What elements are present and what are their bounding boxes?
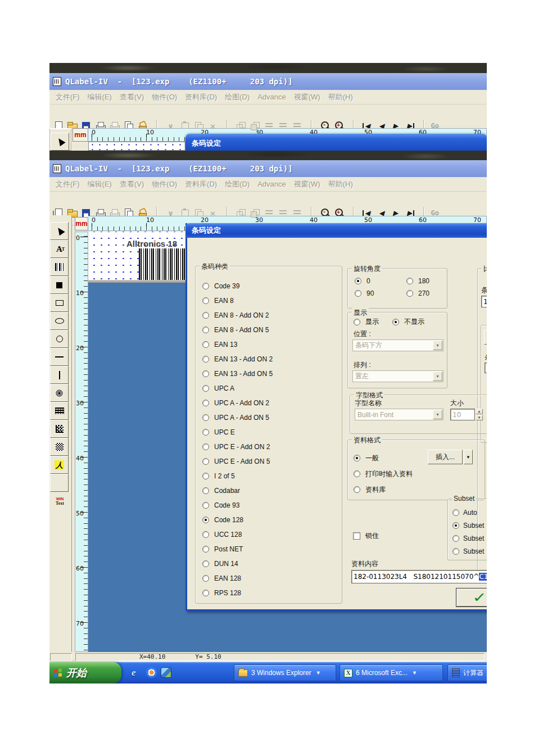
text-tool[interactable]: A	[50, 240, 69, 258]
pdf417-tool[interactable]	[50, 402, 69, 420]
barcode-type-option[interactable]: RPS 128	[202, 586, 342, 600]
internet-explorer-icon[interactable]: e	[132, 667, 142, 678]
box-tool[interactable]	[50, 294, 69, 312]
barcode-type-option[interactable]: DUN 14	[202, 556, 342, 571]
insert-dropdown-icon[interactable]: ▼	[464, 450, 473, 464]
dialog-title-peek[interactable]: 条码设定	[185, 134, 487, 151]
menu-item[interactable]: 视窗(W)	[290, 91, 324, 103]
menu-item[interactable]: 绘图(D)	[221, 91, 254, 103]
barcode-settings-dialog: 条码设定 条码种类 Code 39EAN 8EAN 8 - Add ON 2EA…	[185, 223, 487, 611]
ruler-tick-label: 60	[76, 565, 84, 620]
menu-item[interactable]: 帮助(H)	[324, 178, 357, 191]
menu-item[interactable]: 视窗(W)	[290, 178, 324, 191]
qrcode-tool[interactable]	[50, 438, 69, 456]
menu-item[interactable]: 物件(O)	[148, 178, 181, 191]
media-player-icon[interactable]	[146, 667, 157, 678]
barcode-type-option[interactable]: EAN 8 - Add ON 2	[202, 308, 342, 323]
barcode-type-option[interactable]: EAN 13	[202, 337, 342, 352]
pointer-tool[interactable]	[50, 222, 69, 240]
group-label: 条码种类	[200, 262, 230, 271]
vline-tool[interactable]	[50, 366, 69, 384]
barcode-type-option[interactable]: UPC A	[202, 381, 342, 396]
barcode-type-option[interactable]: EAN 128	[202, 571, 342, 586]
maxicode-tool[interactable]	[50, 384, 69, 402]
filled-box-tool[interactable]	[50, 276, 69, 294]
oval-tool[interactable]	[50, 312, 69, 330]
rotation-option[interactable]: 90	[355, 289, 406, 297]
barcode-type-option[interactable]: EAN 13 - Add ON 5	[202, 366, 342, 381]
datamatrix-tool[interactable]	[50, 420, 69, 438]
font-size-field: 10	[450, 409, 475, 420]
menu-item[interactable]: 绘图(D)	[221, 178, 254, 191]
display-option[interactable]: 显示	[354, 317, 379, 327]
wintext-tool[interactable]	[50, 474, 69, 492]
option-label: Code 128	[214, 516, 243, 524]
rotation-option[interactable]: 0	[355, 277, 406, 285]
subset-option[interactable]: Subset	[452, 519, 487, 532]
title-bar[interactable]: QLabel-IV - [123.exp (EZ1100+ 203 dpi)]	[49, 160, 487, 177]
display-option[interactable]: 不显示	[392, 317, 424, 327]
runner-tool[interactable]: 人	[50, 456, 69, 474]
menu-item[interactable]: Advance	[254, 92, 290, 102]
taskbar-button-explorer[interactable]: 3 Windows Explorer ▼	[234, 664, 336, 681]
pointer-tool[interactable]	[51, 133, 69, 151]
barcode-type-option[interactable]: Code 39	[202, 279, 342, 293]
data-format-option[interactable]: 打印时输入资料	[354, 466, 485, 482]
title-bar[interactable]: QLabel-IV - [123.exp (EZ1100+ 203 dpi)]	[49, 73, 487, 90]
barcode-type-option[interactable]: EAN 8 - Add ON 5	[202, 323, 342, 337]
option-label: DUN 14	[214, 560, 238, 568]
barcode-type-option[interactable]: UPC A - Add ON 5	[202, 410, 342, 425]
barcode-type-option[interactable]: I 2 of 5	[202, 469, 342, 483]
barcode-type-option[interactable]: UPC E - Add ON 5	[202, 454, 342, 469]
option-label: 资料库	[365, 485, 386, 495]
dialog-title-bar[interactable]: 条码设定	[185, 223, 487, 238]
barcode-type-option[interactable]: UCC 128	[202, 527, 342, 542]
menu-item[interactable]: 资料库(D)	[181, 178, 221, 191]
menu-item[interactable]: 文件(F)	[52, 91, 84, 103]
barcode-type-option[interactable]: Codabar	[202, 483, 342, 498]
barcode-type-option[interactable]: UPC A - Add ON 2	[202, 396, 342, 410]
barcode-type-option[interactable]: UPC E	[202, 425, 342, 440]
menu-item[interactable]: 编辑(E)	[84, 178, 116, 191]
messenger-icon[interactable]	[161, 667, 171, 678]
scale-button[interactable]	[484, 330, 487, 345]
barcode-object-text[interactable]: Alltronics 18	[126, 239, 177, 248]
scale-value-field[interactable]: 4	[485, 363, 487, 373]
menu-item[interactable]: 资料库(D)	[181, 91, 221, 103]
menu-item[interactable]: 文件(F)	[52, 178, 84, 191]
barcode-type-option[interactable]: EAN 8	[202, 293, 342, 308]
start-label: 开始	[66, 666, 87, 680]
barcode-type-option[interactable]: UPC E - Add ON 2	[202, 440, 342, 454]
subset-option[interactable]: Subset	[452, 532, 487, 545]
option-label: 一般	[365, 454, 379, 463]
rotation-option[interactable]: 270	[406, 289, 447, 297]
menu-item[interactable]: Advance	[254, 179, 290, 189]
subset-option[interactable]: Subset	[452, 545, 487, 558]
menu-item[interactable]: 查看(V)	[116, 178, 148, 191]
folder-icon	[238, 669, 248, 677]
ok-button[interactable]: ✓	[456, 588, 487, 607]
barcode-tool[interactable]	[50, 258, 69, 276]
scale-value-field[interactable]: 1	[481, 296, 487, 307]
menu-item[interactable]: 物件(O)	[148, 91, 181, 103]
taskbar-button-excel[interactable]: X 6 Microsoft Exc... ▼	[340, 664, 443, 681]
taskbar-button-calculator[interactable]: 计算器	[447, 664, 487, 681]
menu-item[interactable]: 编辑(E)	[84, 91, 116, 103]
option-label: EAN 8 - Add ON 2	[214, 311, 269, 319]
excel-icon: X	[344, 669, 352, 677]
lock-checkbox-row[interactable]: 锁住	[353, 531, 379, 541]
barcode-type-option[interactable]: Code 93	[202, 498, 342, 513]
barcode-type-option[interactable]: EAN 13 - Add ON 2	[202, 352, 342, 366]
circle-tool[interactable]	[50, 330, 69, 348]
subset-option[interactable]: Auto	[452, 506, 487, 519]
barcode-type-option[interactable]: Code 128	[202, 513, 342, 527]
hline-tool[interactable]	[50, 348, 69, 366]
menu-item[interactable]: 查看(V)	[116, 91, 148, 103]
menu-item[interactable]: 帮助(H)	[324, 91, 357, 103]
ruler-tick-label: 40	[76, 455, 84, 510]
content-field[interactable]: 182-0113023L4 S1801210115070^C17	[351, 570, 487, 583]
barcode-type-option[interactable]: Post NET	[202, 542, 342, 556]
rotation-option[interactable]: 180	[406, 277, 447, 285]
start-button[interactable]: 开始	[49, 662, 121, 683]
insert-button[interactable]: 插入...	[428, 450, 463, 464]
